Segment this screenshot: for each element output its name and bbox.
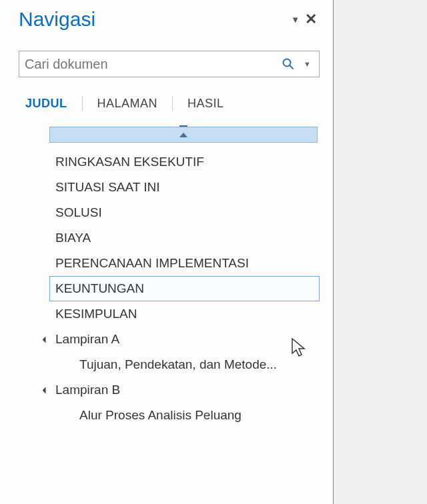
heading-item[interactable]: KESIMPULAN xyxy=(49,301,320,327)
search-options-dropdown[interactable]: ▼ xyxy=(301,60,314,68)
heading-item[interactable]: Lampiran A xyxy=(49,327,320,352)
heading-item[interactable]: RINGKASAN EKSEKUTIF xyxy=(49,149,320,175)
search-icon[interactable] xyxy=(281,57,296,71)
heading-label: Lampiran B xyxy=(55,383,120,397)
go-to-top-button[interactable] xyxy=(49,127,318,143)
heading-label: KEUNTUNGAN xyxy=(55,281,144,296)
heading-item[interactable]: Lampiran B xyxy=(49,377,320,403)
nav-tabs: JUDUL HALAMAN HASIL xyxy=(19,96,320,111)
navigation-pane: Navigasi ▼ ✕ ▼ JUDUL HALAMAN HASIL RINGK… xyxy=(0,0,334,504)
chevron-down-icon xyxy=(43,336,49,343)
search-box[interactable]: ▼ xyxy=(19,51,320,77)
heading-label: Tujuan, Pendekatan, dan Metode... xyxy=(79,357,277,372)
heading-label: SOLUSI xyxy=(55,205,102,220)
heading-item-selected[interactable]: KEUNTUNGAN xyxy=(49,276,320,301)
tab-separator xyxy=(172,96,173,111)
heading-label: RINGKASAN EKSEKUTIF xyxy=(55,155,204,169)
heading-item[interactable]: SITUASI SAAT INI xyxy=(49,175,320,200)
heading-label: Lampiran A xyxy=(55,332,119,347)
heading-label: KESIMPULAN xyxy=(55,307,137,321)
go-to-top-icon xyxy=(179,133,187,137)
heading-item[interactable]: Alur Proses Analisis Peluang xyxy=(73,403,320,428)
heading-label: Alur Proses Analisis Peluang xyxy=(79,408,242,423)
search-input[interactable] xyxy=(25,57,281,72)
tab-hasil[interactable]: HASIL xyxy=(185,97,227,111)
pane-title: Navigasi xyxy=(19,8,95,31)
collapse-toggle[interactable] xyxy=(43,388,55,393)
pane-header-controls: ▼ ✕ xyxy=(291,12,317,27)
collapse-toggle[interactable] xyxy=(43,337,55,342)
heading-item[interactable]: SOLUSI xyxy=(49,200,320,225)
heading-label: BIAYA xyxy=(55,231,91,245)
svg-line-1 xyxy=(290,66,294,69)
headings-list: RINGKASAN EKSEKUTIF SITUASI SAAT INI SOL… xyxy=(19,127,320,428)
chevron-down-icon xyxy=(43,387,49,393)
pane-options-dropdown[interactable]: ▼ xyxy=(291,15,300,25)
heading-item[interactable]: Tujuan, Pendekatan, dan Metode... xyxy=(73,352,320,377)
close-icon[interactable]: ✕ xyxy=(305,12,317,27)
heading-item[interactable]: PERENCANAAN IMPLEMENTASI xyxy=(49,251,320,276)
heading-item[interactable]: BIAYA xyxy=(49,225,320,251)
tab-judul[interactable]: JUDUL xyxy=(23,97,70,111)
heading-label: SITUASI SAAT INI xyxy=(55,180,160,195)
tab-separator xyxy=(82,96,83,111)
pane-header: Navigasi ▼ ✕ xyxy=(19,8,320,31)
tab-halaman[interactable]: HALAMAN xyxy=(95,97,161,111)
heading-label: PERENCANAAN IMPLEMENTASI xyxy=(55,256,249,271)
